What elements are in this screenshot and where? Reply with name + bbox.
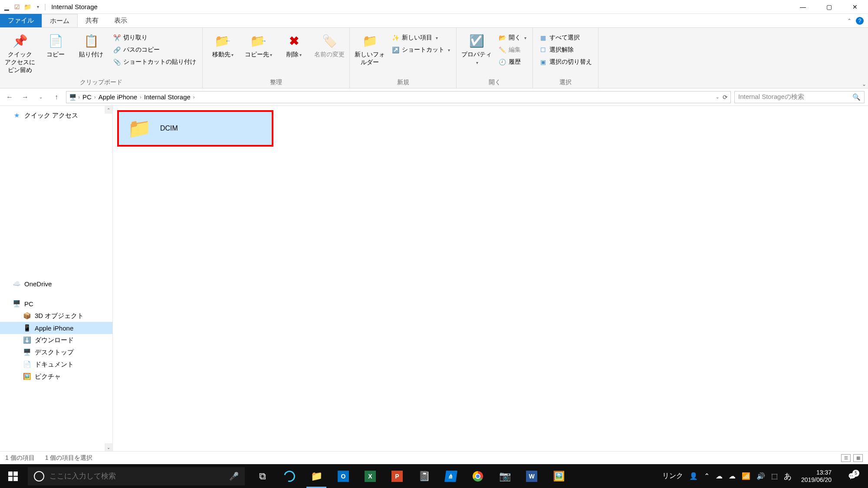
address-bar[interactable]: 🖥️ › PC › Apple iPhone › Internal Storag… (66, 91, 731, 103)
up-button[interactable]: ↑ (50, 91, 62, 103)
sidebar-pc[interactable]: 🖥️ PC (0, 298, 112, 310)
taskbar-photos[interactable]: 🖼️ (545, 464, 572, 488)
people-icon[interactable]: 👤 (689, 472, 698, 480)
pin-to-quickaccess-button[interactable]: 📌 クイック アクセスにピン留め (4, 30, 36, 74)
notebook-icon: 📓 (418, 471, 430, 482)
select-none-button[interactable]: ☐選択解除 (537, 44, 594, 56)
window-title: Internal Storage (51, 3, 98, 10)
taskbar-camera[interactable]: 📷 (491, 464, 518, 488)
help-icon[interactable]: ? (856, 17, 864, 25)
chevron-right-icon[interactable]: › (193, 94, 195, 100)
sidebar-documents[interactable]: 📄 ドキュメント (0, 358, 112, 370)
ribbon-expand-icon[interactable]: ⌄ (862, 81, 866, 87)
select-all-button[interactable]: ▦すべて選択 (537, 32, 594, 43)
tab-home[interactable]: ホーム (42, 14, 78, 27)
ime-indicator[interactable]: あ (784, 471, 792, 481)
qat-folder-icon[interactable]: 📁 (23, 3, 31, 11)
close-button[interactable]: ✕ (842, 0, 868, 14)
details-view-button[interactable]: ☰ (841, 454, 851, 462)
sidebar-scroll-down[interactable]: ⌄ (105, 443, 112, 451)
properties-button[interactable]: ☑️ プロパティ▾ (461, 30, 492, 66)
taskbar-word[interactable]: W (518, 464, 545, 488)
sidebar-onedrive[interactable]: ☁️ OneDrive (0, 278, 112, 290)
delete-button[interactable]: ✖ 削除▾ (278, 30, 309, 58)
sidebar-apple-iphone[interactable]: 📱 Apple iPhone (0, 322, 112, 334)
taskbar-chrome[interactable] (464, 464, 491, 488)
address-dropdown-icon[interactable]: ⌄ (716, 95, 719, 99)
taskbar-vscode[interactable]: ⋔ (437, 464, 464, 488)
copy-icon: 📄 (48, 33, 63, 49)
tab-file[interactable]: ファイル (0, 14, 42, 27)
taskbar-search-input[interactable] (49, 472, 224, 481)
maximize-button[interactable]: ▢ (816, 0, 842, 14)
tab-view[interactable]: 表示 (106, 14, 135, 27)
breadcrumb-internal-storage[interactable]: Internal Storage (143, 93, 191, 101)
tab-share[interactable]: 共有 (78, 14, 106, 27)
cut-button[interactable]: ✂️切り取り (111, 32, 198, 43)
copy-path-button[interactable]: 🔗パスのコピー (111, 44, 198, 56)
task-view-button[interactable]: ⧉ (249, 464, 276, 488)
search-icon[interactable]: 🔍 (852, 93, 861, 101)
volume-icon[interactable]: 🔊 (756, 472, 765, 480)
group-label-clipboard: クリップボード (4, 77, 198, 88)
folder-icon: 📁 (128, 117, 151, 140)
chevron-right-icon[interactable]: › (140, 94, 141, 100)
taskbar-excel[interactable]: X (357, 464, 384, 488)
minimize-button[interactable]: — (790, 0, 816, 14)
history-button[interactable]: 🕘履歴 (496, 56, 528, 68)
back-button[interactable]: ← (3, 91, 16, 103)
ribbon-collapse-icon[interactable]: ⌃ (847, 18, 852, 24)
taskbar-edge[interactable] (276, 464, 303, 488)
copy-button[interactable]: 📄 コピー (40, 30, 71, 58)
taskbar-search[interactable]: 🎤 (28, 467, 245, 485)
refresh-button[interactable]: ⟳ (723, 94, 728, 101)
new-item-button[interactable]: ✨新しい項目▾ (390, 32, 452, 43)
chevron-right-icon[interactable]: › (78, 94, 80, 100)
recent-dropdown[interactable]: ⌄ (35, 91, 47, 103)
qat-properties-icon[interactable]: ☑ (13, 3, 21, 11)
action-center-button[interactable]: 💬 5 (841, 472, 863, 480)
mic-icon[interactable]: 🎤 (229, 472, 239, 481)
dropbox-icon[interactable]: ⬚ (771, 472, 778, 480)
cloud-sync-icon[interactable]: ☁ (716, 472, 723, 480)
qat-dropdown-icon[interactable]: ▾ (34, 3, 42, 11)
clock-time: 13:37 (801, 469, 832, 476)
sidebar-desktop[interactable]: 🖥️ デスクトップ (0, 346, 112, 358)
folder-dcim[interactable]: 📁 DCIM (117, 110, 273, 147)
taskbar-explorer[interactable]: 📁 (303, 464, 330, 488)
new-shortcut-button[interactable]: ↗️ショートカット▾ (390, 44, 452, 56)
sidebar-scroll-up[interactable]: ⌃ (105, 106, 112, 114)
system-menu-icon[interactable]: ▁ (3, 3, 10, 11)
sidebar-3d-objects[interactable]: 📦 3D オブジェクト (0, 310, 112, 322)
wifi-icon[interactable]: 📶 (742, 472, 750, 480)
sidebar-downloads[interactable]: ⬇️ ダウンロード (0, 334, 112, 346)
taskbar-powerpoint[interactable]: P (384, 464, 411, 488)
onedrive-tray-icon[interactable]: ☁ (729, 472, 736, 480)
taskbar-notebook[interactable]: 📓 (411, 464, 437, 488)
tiles-view-button[interactable]: ▦ (853, 454, 863, 462)
invert-selection-button[interactable]: ▣選択の切り替え (537, 56, 594, 68)
start-button[interactable] (0, 464, 26, 488)
paste-shortcut-button[interactable]: 📎ショートカットの貼り付け (111, 56, 198, 68)
breadcrumb-iphone[interactable]: Apple iPhone (98, 93, 138, 101)
cloud-icon: ☁️ (12, 279, 21, 288)
paste-button[interactable]: 📋 貼り付け (76, 30, 107, 58)
moveto-button[interactable]: 📁← 移動先▾ (207, 30, 238, 58)
breadcrumb-pc[interactable]: PC (82, 93, 92, 101)
sidebar-pictures[interactable]: 🖼️ ピクチャ (0, 370, 112, 383)
tray-overflow-icon[interactable]: ⌃ (704, 472, 710, 480)
rename-icon: 🏷️ (322, 33, 337, 49)
forward-button[interactable]: → (19, 91, 31, 103)
taskbar-outlook[interactable]: O (330, 464, 357, 488)
photos-icon: 🖼️ (553, 471, 565, 482)
tray-link[interactable]: リンク (662, 472, 683, 481)
status-item-count: 1 個の項目 (5, 454, 35, 462)
search-box[interactable]: Internal Storageの検索 🔍 (734, 91, 865, 103)
sidebar-quick-access[interactable]: ★ クイック アクセス (0, 109, 112, 121)
taskbar-clock[interactable]: 13:37 2019/06/20 (798, 469, 835, 484)
open-button[interactable]: 📂開く▾ (496, 32, 528, 43)
copyto-button[interactable]: 📁→ コピー先▾ (243, 30, 274, 58)
powerpoint-icon: P (391, 471, 403, 482)
new-folder-button[interactable]: 📁 新しいフォルダー (354, 30, 385, 66)
chevron-right-icon[interactable]: › (94, 94, 96, 100)
